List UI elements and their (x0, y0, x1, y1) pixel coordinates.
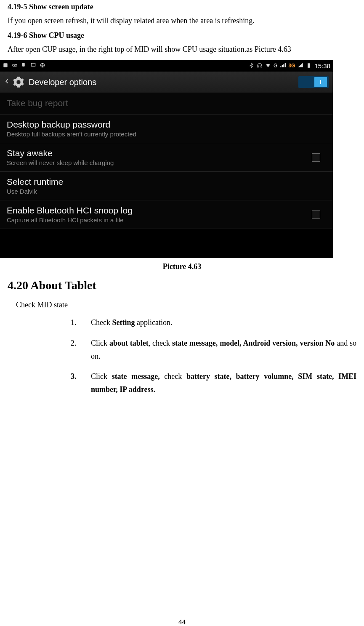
card-icon (21, 62, 27, 69)
heading-4-19-6: 4.19-6 Show CPU usage (8, 31, 356, 40)
notification-icon (3, 62, 8, 69)
g-indicator: G (274, 63, 277, 69)
text: Click (91, 339, 109, 347)
bluetooth-hci-checkbox[interactable] (312, 210, 320, 219)
wifi-icon (265, 62, 271, 69)
list-number: 2. (71, 337, 91, 362)
item-title: Take bug report (7, 98, 326, 108)
voicemail-icon (12, 62, 18, 69)
svg-rect-7 (258, 66, 258, 67)
developer-options-toggle[interactable]: I (298, 76, 329, 88)
settings-header: Developer options I (0, 72, 333, 93)
list-number: 1. (71, 316, 91, 329)
bold-text: about tablet (109, 339, 149, 347)
item-title: Stay awake (7, 148, 326, 158)
item-select-runtime[interactable]: Select runtime Use Dalvik (0, 172, 333, 200)
status-clock: 15:38 (314, 62, 330, 69)
svg-rect-8 (261, 66, 262, 67)
para-screen-update: If you open screen refresh, it will disp… (8, 16, 356, 26)
item-subtitle: Desktop full backups aren't currently pr… (7, 131, 326, 138)
item-bluetooth-hci-snoop[interactable]: Enable Bluetooth HCI snoop log Capture a… (0, 200, 333, 229)
status-bar: G 3G 15:38 (0, 60, 333, 72)
back-icon[interactable] (4, 77, 10, 88)
item-subtitle: Capture all Bluetooth HCI packets in a f… (7, 216, 326, 224)
item-stay-awake[interactable]: Stay awake Screen will never sleep while… (0, 143, 333, 172)
battery-icon (306, 62, 312, 69)
page-number: 44 (0, 618, 364, 626)
header-title: Developer options (29, 77, 298, 87)
item-title: Select runtime (7, 177, 326, 187)
svg-rect-5 (31, 63, 35, 66)
figure-caption: Picture 4.63 (8, 262, 356, 271)
item-subtitle: Use Dalvik (7, 188, 326, 195)
check-mid-state: Check MID state (16, 301, 356, 309)
svg-point-2 (15, 64, 17, 67)
list-item: 2. Click about tablet, check state messa… (71, 337, 356, 362)
list-item: 1. Check Setting application. (71, 316, 356, 329)
signal-2-icon (298, 62, 303, 69)
screenshot-icon (30, 62, 36, 69)
item-title: Desktop backup password (7, 120, 326, 130)
heading-4-20: 4.20 About Tablet (8, 279, 356, 292)
item-title: Enable Bluetooth HCI snoop log (7, 205, 326, 216)
text: Check (91, 318, 112, 327)
item-desktop-backup-password[interactable]: Desktop backup password Desktop full bac… (0, 115, 333, 143)
bold-text: state message, model, Android version, v… (172, 339, 335, 347)
text: Click (91, 372, 112, 381)
text: application. (135, 318, 172, 327)
toggle-knob: I (314, 77, 327, 87)
text: check (160, 372, 186, 381)
bold-text: state message, (112, 372, 160, 381)
heading-4-19-5: 4.19-5 Show screen update (8, 3, 356, 11)
bold-text: Setting (112, 318, 135, 327)
signal-1-icon (280, 62, 286, 69)
screenshot-developer-options: G 3G 15:38 Developer option (0, 60, 333, 258)
threeg-indicator: 3G (288, 63, 295, 69)
svg-rect-9 (308, 63, 311, 68)
globe-icon (40, 62, 45, 69)
list-item: 3. Click state message, check battery st… (71, 370, 356, 396)
settings-gear-icon[interactable] (13, 76, 24, 88)
text: , check (149, 339, 172, 347)
headphones-icon (257, 62, 263, 69)
steps-list: 1. Check Setting application. 2. Click a… (8, 316, 356, 396)
para-cpu-usage: After open CUP usage, in the right top o… (8, 44, 356, 55)
svg-rect-0 (3, 63, 7, 67)
bluetooth-icon (248, 62, 254, 69)
stay-awake-checkbox[interactable] (312, 153, 320, 162)
list-number: 3. (71, 370, 91, 396)
svg-point-1 (13, 64, 15, 67)
item-subtitle: Screen will never sleep while charging (7, 159, 326, 166)
item-take-bug-report[interactable]: Take bug report (0, 93, 333, 115)
svg-rect-4 (22, 63, 25, 67)
svg-rect-10 (308, 63, 309, 63)
